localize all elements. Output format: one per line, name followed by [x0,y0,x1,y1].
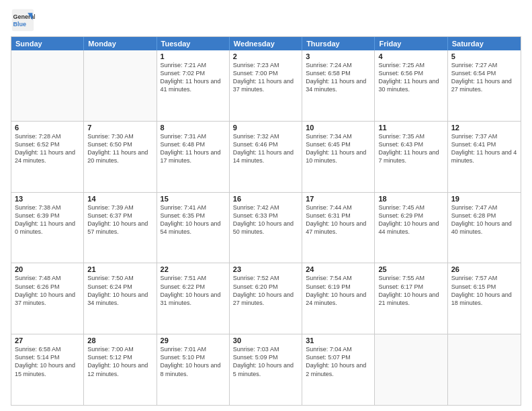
day-info: Sunrise: 7:35 AM Sunset: 6:43 PM Dayligh… [378,132,443,165]
day-info: Sunrise: 7:42 AM Sunset: 6:33 PM Dayligh… [233,203,298,236]
day-cell-7: 7Sunrise: 7:30 AM Sunset: 6:50 PM Daylig… [84,122,157,192]
week-row-2: 6Sunrise: 7:28 AM Sunset: 6:52 PM Daylig… [11,121,521,192]
day-info: Sunrise: 7:45 AM Sunset: 6:29 PM Dayligh… [378,203,443,236]
day-info: Sunrise: 7:37 AM Sunset: 6:41 PM Dayligh… [451,132,517,165]
day-info: Sunrise: 7:30 AM Sunset: 6:50 PM Dayligh… [87,132,152,165]
day-cell-25: 25Sunrise: 7:55 AM Sunset: 6:17 PM Dayli… [375,263,447,334]
day-cell-1: 1Sunrise: 7:21 AM Sunset: 7:02 PM Daylig… [157,50,230,121]
day-number: 2 [233,52,298,60]
day-cell-13: 13Sunrise: 7:38 AM Sunset: 6:39 PM Dayli… [11,193,84,263]
day-cell-18: 18Sunrise: 7:45 AM Sunset: 6:29 PM Dayli… [375,193,447,263]
day-info: Sunrise: 7:04 AM Sunset: 5:07 PM Dayligh… [306,345,371,378]
day-cell-9: 9Sunrise: 7:32 AM Sunset: 6:46 PM Daylig… [230,122,302,192]
day-info: Sunrise: 7:39 AM Sunset: 6:37 PM Dayligh… [87,203,152,236]
day-info: Sunrise: 7:51 AM Sunset: 6:22 PM Dayligh… [161,274,226,307]
header: General Blue [11,8,521,32]
day-info: Sunrise: 7:03 AM Sunset: 5:09 PM Dayligh… [233,345,298,378]
day-number: 7 [87,124,152,132]
day-info: Sunrise: 7:28 AM Sunset: 6:52 PM Dayligh… [15,132,80,165]
day-info: Sunrise: 6:58 AM Sunset: 5:14 PM Dayligh… [15,345,80,378]
calendar-header: SundayMondayTuesdayWednesdayThursdayFrid… [11,37,521,50]
day-number: 21 [87,265,152,273]
day-info: Sunrise: 7:31 AM Sunset: 6:48 PM Dayligh… [161,132,226,165]
day-cell-6: 6Sunrise: 7:28 AM Sunset: 6:52 PM Daylig… [11,122,84,192]
day-info: Sunrise: 7:00 AM Sunset: 5:12 PM Dayligh… [87,345,152,378]
empty-cell [11,50,84,121]
day-number: 10 [306,124,371,132]
day-number: 5 [451,52,517,60]
day-info: Sunrise: 7:54 AM Sunset: 6:19 PM Dayligh… [306,274,371,307]
day-info: Sunrise: 7:34 AM Sunset: 6:45 PM Dayligh… [306,132,371,165]
day-cell-3: 3Sunrise: 7:24 AM Sunset: 6:58 PM Daylig… [302,50,375,121]
day-info: Sunrise: 7:25 AM Sunset: 6:56 PM Dayligh… [378,61,443,94]
day-number: 14 [87,195,152,203]
day-info: Sunrise: 7:38 AM Sunset: 6:39 PM Dayligh… [15,203,80,236]
day-number: 3 [306,52,371,60]
day-info: Sunrise: 7:44 AM Sunset: 6:31 PM Dayligh… [306,203,371,236]
day-number: 22 [161,265,226,273]
day-cell-26: 26Sunrise: 7:57 AM Sunset: 6:15 PM Dayli… [448,263,521,334]
day-number: 20 [15,265,80,273]
day-info: Sunrise: 7:41 AM Sunset: 6:35 PM Dayligh… [161,203,226,236]
day-info: Sunrise: 7:52 AM Sunset: 6:20 PM Dayligh… [233,274,298,307]
logo-icon: General Blue [11,8,35,32]
day-number: 31 [306,336,371,345]
week-row-1: 1Sunrise: 7:21 AM Sunset: 7:02 PM Daylig… [11,50,521,121]
day-number: 6 [15,124,80,132]
day-header-wednesday: Wednesday [230,37,302,50]
day-number: 15 [161,195,226,203]
day-number: 12 [451,124,517,132]
empty-cell [84,50,157,121]
empty-cell [448,334,521,405]
day-info: Sunrise: 7:27 AM Sunset: 6:54 PM Dayligh… [451,61,517,94]
day-info: Sunrise: 7:48 AM Sunset: 6:26 PM Dayligh… [15,274,80,307]
week-row-4: 20Sunrise: 7:48 AM Sunset: 6:26 PM Dayli… [11,263,521,334]
day-info: Sunrise: 7:57 AM Sunset: 6:15 PM Dayligh… [451,274,517,307]
day-cell-29: 29Sunrise: 7:01 AM Sunset: 5:10 PM Dayli… [157,334,230,405]
day-cell-28: 28Sunrise: 7:00 AM Sunset: 5:12 PM Dayli… [84,334,157,405]
day-cell-2: 2Sunrise: 7:23 AM Sunset: 7:00 PM Daylig… [230,50,302,121]
day-info: Sunrise: 7:01 AM Sunset: 5:10 PM Dayligh… [161,345,226,378]
day-cell-20: 20Sunrise: 7:48 AM Sunset: 6:26 PM Dayli… [11,263,84,334]
week-row-5: 27Sunrise: 6:58 AM Sunset: 5:14 PM Dayli… [11,334,521,405]
day-header-thursday: Thursday [302,37,375,50]
day-number: 30 [233,336,298,345]
day-number: 8 [161,124,226,132]
day-info: Sunrise: 7:24 AM Sunset: 6:58 PM Dayligh… [306,61,371,94]
day-cell-5: 5Sunrise: 7:27 AM Sunset: 6:54 PM Daylig… [448,50,521,121]
day-header-saturday: Saturday [448,37,521,50]
day-number: 13 [15,195,80,203]
day-cell-21: 21Sunrise: 7:50 AM Sunset: 6:24 PM Dayli… [84,263,157,334]
day-number: 26 [451,265,517,273]
day-cell-22: 22Sunrise: 7:51 AM Sunset: 6:22 PM Dayli… [157,263,230,334]
day-number: 11 [378,124,443,132]
day-cell-11: 11Sunrise: 7:35 AM Sunset: 6:43 PM Dayli… [375,122,447,192]
day-number: 19 [451,195,517,203]
day-cell-27: 27Sunrise: 6:58 AM Sunset: 5:14 PM Dayli… [11,334,84,405]
day-header-monday: Monday [84,37,157,50]
day-number: 25 [378,265,443,273]
day-number: 24 [306,265,371,273]
day-cell-31: 31Sunrise: 7:04 AM Sunset: 5:07 PM Dayli… [302,334,375,405]
day-info: Sunrise: 7:23 AM Sunset: 7:00 PM Dayligh… [233,61,298,94]
day-number: 9 [233,124,298,132]
day-cell-14: 14Sunrise: 7:39 AM Sunset: 6:37 PM Dayli… [84,193,157,263]
day-number: 17 [306,195,371,203]
day-cell-16: 16Sunrise: 7:42 AM Sunset: 6:33 PM Dayli… [230,193,302,263]
day-cell-19: 19Sunrise: 7:47 AM Sunset: 6:28 PM Dayli… [448,193,521,263]
day-cell-10: 10Sunrise: 7:34 AM Sunset: 6:45 PM Dayli… [302,122,375,192]
calendar: SundayMondayTuesdayWednesdayThursdayFrid… [11,36,521,406]
day-info: Sunrise: 7:21 AM Sunset: 7:02 PM Dayligh… [161,61,226,94]
day-cell-17: 17Sunrise: 7:44 AM Sunset: 6:31 PM Dayli… [302,193,375,263]
day-number: 28 [87,336,152,345]
day-number: 16 [233,195,298,203]
day-cell-4: 4Sunrise: 7:25 AM Sunset: 6:56 PM Daylig… [375,50,447,121]
day-cell-15: 15Sunrise: 7:41 AM Sunset: 6:35 PM Dayli… [157,193,230,263]
day-info: Sunrise: 7:50 AM Sunset: 6:24 PM Dayligh… [87,274,152,307]
day-number: 23 [233,265,298,273]
day-header-friday: Friday [375,37,447,50]
day-cell-23: 23Sunrise: 7:52 AM Sunset: 6:20 PM Dayli… [230,263,302,334]
day-header-tuesday: Tuesday [157,37,230,50]
day-number: 18 [378,195,443,203]
day-info: Sunrise: 7:47 AM Sunset: 6:28 PM Dayligh… [451,203,517,236]
